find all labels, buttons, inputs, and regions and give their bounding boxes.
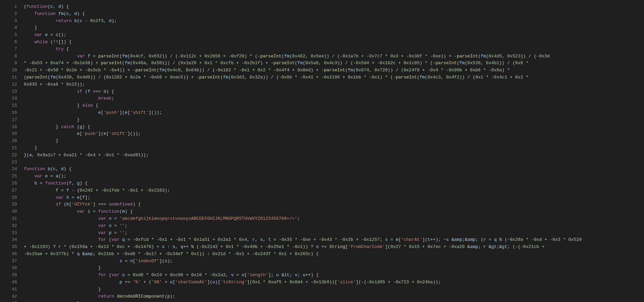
line-number: 11 [3,74,17,81]
line-number: 19 [3,130,17,138]
code-line: 14 break; [0,95,644,102]
line-number: 36 [3,251,17,258]
line-content: var n = 'abcdefghijklmnopqrstuvwxyzABCDE… [24,215,641,223]
line-number: 4 [3,24,17,32]
code-line: 26 b = function(f, g) { [0,180,644,187]
line-content: return decodeURIComponent(p); [24,293,641,300]
code-line: 20 } [0,138,644,145]
code-line: 35+ -0x1183) ? r * (0x159a + -0x13 * 0xc… [0,244,644,251]
code-line: 28 var h = e[f]; [0,194,644,201]
code-line: 32 var o = ''; [0,223,644,230]
line-number: 33 [3,230,17,237]
code-line: 21 } [0,145,644,152]
code-line: 6 while (!![]) { [0,39,644,46]
line-number: 12 [3,81,17,88]
line-number: 15 [3,102,17,109]
code-viewer: 1(function(c, d) {2 function fm(c, d) {3… [0,0,644,302]
line-number: 10 [3,67,17,74]
line-content: for (var q = -0xfcd * -0x1 + -0x1 * 0x1a… [24,236,641,244]
line-content: f = f - (0x242 + -0x1feb * -0x1 + -0x216… [24,187,641,194]
code-line: 19 e['push'](e['shift']()); [0,130,644,138]
line-number: 30 [3,208,17,215]
line-content: break; [24,95,641,102]
code-line: 22}(a, 0x9a1c7 + 0xa21 * -0x4 + -0x1 * -… [0,152,644,159]
code-line: 43 }; [0,300,644,302]
line-content: return b(c - 0x2f3, d); [24,18,641,25]
code-line: 37 s = n['indexOf'](s); [0,258,644,265]
line-content: } catch (g) { [24,124,641,131]
line-content: } [24,145,641,152]
line-content: } [24,24,641,32]
line-number: 31 [3,215,17,223]
line-content: -0x21 + -0x50 * 0x2e + -0x3cb * -0x4)) +… [24,67,641,74]
line-content: -0x15ae + 0x377b) * q &amp; 0x21bb + -0x… [24,251,641,258]
code-line: 120x935 + -0xa6 * 0x15)); [0,81,644,88]
code-line: 27 f = f - (0x242 + -0x1feb * -0x1 + -0x… [0,187,644,194]
line-number: 27 [3,187,17,194]
code-line: 13 if (f === d) { [0,88,644,95]
line-number: 28 [3,194,17,201]
code-line: 31 var n = 'abcdefghijklmnopqrstuvwxyzAB… [0,215,644,223]
code-line: 9* -0x53 + 0xa74 + -0x1e38) + parseInt(f… [0,60,644,67]
line-number: 26 [3,180,17,187]
code-line: 5 var e = c(); [0,32,644,39]
line-content: var f = parseInt(fm(0x4cf, 0x652)) / (-0… [24,53,641,60]
line-content: if (f === d) { [24,88,641,95]
line-content: var i = function(m) { [24,208,641,215]
line-content: }; [24,300,641,302]
line-content: function b(c, d) { [24,166,641,173]
line-number: 1 [3,3,17,11]
line-content: * -0x53 + 0xa74 + -0x1e38) + parseInt(fm… [24,60,641,67]
code-line: 34 for (var q = -0xfcd * -0x1 + -0x1 * 0… [0,236,644,244]
code-line: 23 [0,159,644,166]
line-number: 6 [3,39,17,46]
line-number: 5 [3,32,17,39]
code-line: 29 if (b['HZYYok'] === undefined) { [0,201,644,208]
line-number: 20 [3,138,17,145]
line-content: } [24,117,641,124]
line-number: 2 [3,11,17,18]
line-content: (parseInt(fm(0x430, 0x4d6)) / (0x1282 + … [24,74,641,81]
code-line: 30 var i = function(m) { [0,208,644,215]
line-number: 23 [3,159,17,166]
line-content: var p = ''; [24,230,641,237]
line-number: 9 [3,60,17,67]
line-number: 7 [3,46,17,53]
line-number: 18 [3,124,17,131]
code-line: 33 var p = ''; [0,230,644,237]
code-line: 15 } else { [0,102,644,109]
line-content: }(a, 0x9a1c7 + 0xa21 * -0x4 + -0x1 * -0x… [24,152,641,159]
line-number: 24 [3,166,17,173]
line-content: } else { [24,102,641,109]
line-number: 39 [3,272,17,279]
code-line: 17 } [0,117,644,124]
line-content: if (b['HZYYok'] === undefined) { [24,201,641,208]
line-content: b = function(f, g) { [24,180,641,187]
line-content: var h = e[f]; [24,194,641,201]
code-line: 10-0x21 + -0x50 * 0x2e + -0x3cb * -0x4))… [0,67,644,74]
code-line: 40 p += '%' + ('00' + o['charCodeAt'](u)… [0,279,644,286]
line-number: 21 [3,145,17,152]
line-number: 3 [3,18,17,25]
code-line: 38 } [0,265,644,272]
line-number: 42 [3,293,17,300]
line-number: 38 [3,265,17,272]
line-content: } [24,265,641,272]
code-line: 42 return decodeURIComponent(p); [0,293,644,300]
line-content: } [24,286,641,293]
line-number: 35 [3,244,17,251]
code-line: 7 try { [0,46,644,53]
line-content: while (!![]) { [24,39,641,46]
line-content: e['push'](e['shift']()); [24,130,641,138]
code-line: 36-0x15ae + 0x377b) * q &amp; 0x21bb + -… [0,251,644,258]
line-content [24,159,641,166]
line-content: s = n['indexOf'](s); [24,258,641,265]
line-number: 8 [3,53,17,60]
line-number: 29 [3,201,17,208]
line-content: for (var u = 0xd6 * 0x24 + 0xc08 + 0x10 … [24,272,641,279]
code-line: 2 function fm(c, d) { [0,11,644,18]
line-number: 40 [3,279,17,286]
code-line: 25 var e = a(); [0,173,644,180]
line-content: } [24,138,641,145]
code-line: 3 return b(c - 0x2f3, d); [0,18,644,25]
